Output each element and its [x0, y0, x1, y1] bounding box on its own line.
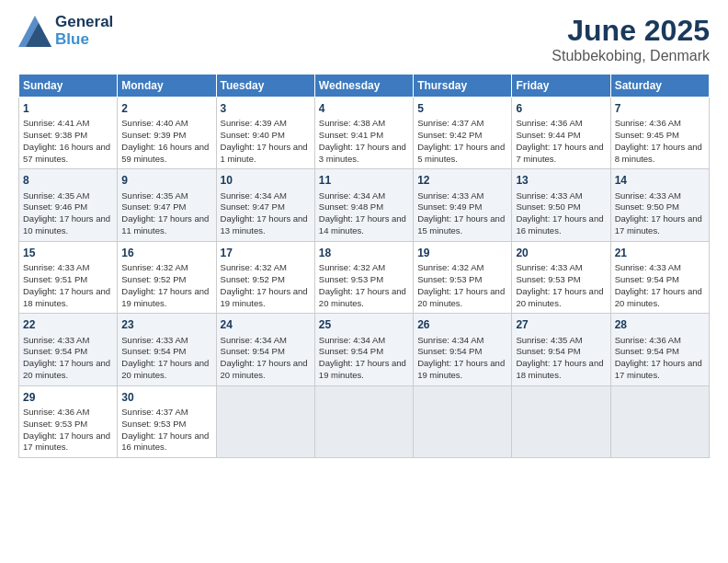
calendar-cell: 9Sunrise: 4:35 AMSunset: 9:47 PMDaylight… [118, 169, 216, 241]
calendar-cell: 17Sunrise: 4:32 AMSunset: 9:52 PMDayligh… [216, 241, 314, 313]
day-info: Sunrise: 4:33 AMSunset: 9:54 PMDaylight:… [615, 262, 702, 307]
day-number: 8 [23, 173, 113, 188]
calendar-cell: 12Sunrise: 4:33 AMSunset: 9:49 PMDayligh… [414, 169, 512, 241]
calendar-cell: 16Sunrise: 4:32 AMSunset: 9:52 PMDayligh… [118, 241, 216, 313]
calendar-cell: 3Sunrise: 4:39 AMSunset: 9:40 PMDaylight… [216, 98, 314, 169]
calendar-cell: 15Sunrise: 4:33 AMSunset: 9:51 PMDayligh… [19, 241, 118, 313]
day-info: Sunrise: 4:35 AMSunset: 9:54 PMDaylight:… [516, 335, 603, 380]
day-number: 1 [23, 101, 113, 116]
day-info: Sunrise: 4:33 AMSunset: 9:51 PMDaylight:… [23, 262, 110, 307]
calendar-cell [610, 385, 709, 457]
day-info: Sunrise: 4:40 AMSunset: 9:39 PMDaylight:… [121, 118, 209, 163]
table-row: 1Sunrise: 4:41 AMSunset: 9:38 PMDaylight… [19, 98, 710, 169]
calendar-cell: 10Sunrise: 4:34 AMSunset: 9:47 PMDayligh… [216, 169, 314, 241]
calendar-cell: 18Sunrise: 4:32 AMSunset: 9:53 PMDayligh… [314, 241, 413, 313]
day-info: Sunrise: 4:33 AMSunset: 9:54 PMDaylight:… [23, 335, 110, 380]
calendar-cell [512, 385, 610, 457]
day-number: 18 [319, 246, 409, 260]
day-number: 23 [121, 317, 211, 332]
calendar-cell: 2Sunrise: 4:40 AMSunset: 9:39 PMDaylight… [118, 98, 216, 169]
day-number: 11 [319, 173, 409, 188]
calendar-cell: 20Sunrise: 4:33 AMSunset: 9:53 PMDayligh… [512, 241, 610, 313]
page-subtitle: Stubbekobing, Denmark [552, 48, 710, 64]
calendar-cell [314, 385, 413, 457]
day-info: Sunrise: 4:37 AMSunset: 9:53 PMDaylight:… [121, 407, 209, 452]
day-number: 13 [516, 173, 606, 188]
day-number: 30 [121, 390, 211, 405]
table-row: 8Sunrise: 4:35 AMSunset: 9:46 PMDaylight… [19, 169, 710, 241]
col-thursday: Thursday [414, 75, 512, 98]
day-number: 28 [615, 317, 705, 332]
col-monday: Monday [118, 75, 216, 98]
calendar-cell: 5Sunrise: 4:37 AMSunset: 9:42 PMDaylight… [414, 98, 512, 169]
day-number: 19 [417, 246, 507, 260]
day-info: Sunrise: 4:34 AMSunset: 9:54 PMDaylight:… [319, 335, 406, 380]
day-info: Sunrise: 4:37 AMSunset: 9:42 PMDaylight:… [417, 118, 505, 163]
table-header-row: Sunday Monday Tuesday Wednesday Thursday… [19, 75, 710, 98]
day-number: 16 [121, 246, 211, 260]
day-number: 17 [221, 246, 311, 260]
calendar-cell: 19Sunrise: 4:32 AMSunset: 9:53 PMDayligh… [414, 241, 512, 313]
day-info: Sunrise: 4:35 AMSunset: 9:46 PMDaylight:… [23, 190, 110, 236]
page-title: June 2025 [552, 14, 710, 48]
calendar-cell: 6Sunrise: 4:36 AMSunset: 9:44 PMDaylight… [512, 98, 610, 169]
header: General Blue June 2025 Stubbekobing, Den… [18, 14, 710, 64]
calendar-cell: 13Sunrise: 4:33 AMSunset: 9:50 PMDayligh… [512, 169, 610, 241]
calendar-table: Sunday Monday Tuesday Wednesday Thursday… [18, 74, 710, 458]
day-number: 15 [23, 246, 113, 260]
calendar-cell: 23Sunrise: 4:33 AMSunset: 9:54 PMDayligh… [118, 314, 216, 385]
day-info: Sunrise: 4:38 AMSunset: 9:41 PMDaylight:… [319, 118, 406, 163]
day-info: Sunrise: 4:39 AMSunset: 9:40 PMDaylight:… [221, 118, 308, 163]
day-number: 22 [23, 317, 113, 332]
calendar-cell: 26Sunrise: 4:34 AMSunset: 9:54 PMDayligh… [414, 314, 512, 385]
day-number: 6 [516, 101, 606, 116]
day-number: 24 [221, 317, 311, 332]
day-info: Sunrise: 4:33 AMSunset: 9:50 PMDaylight:… [516, 190, 603, 236]
calendar-cell: 29Sunrise: 4:36 AMSunset: 9:53 PMDayligh… [19, 385, 118, 457]
day-number: 21 [615, 246, 705, 260]
logo-blue: Blue [55, 31, 113, 49]
col-wednesday: Wednesday [314, 75, 413, 98]
page: General Blue June 2025 Stubbekobing, Den… [0, 0, 728, 563]
calendar-cell: 25Sunrise: 4:34 AMSunset: 9:54 PMDayligh… [314, 314, 413, 385]
calendar-cell: 22Sunrise: 4:33 AMSunset: 9:54 PMDayligh… [19, 314, 118, 385]
day-info: Sunrise: 4:32 AMSunset: 9:52 PMDaylight:… [121, 262, 209, 307]
calendar-cell [216, 385, 314, 457]
day-info: Sunrise: 4:35 AMSunset: 9:47 PMDaylight:… [121, 190, 209, 236]
calendar-cell: 28Sunrise: 4:36 AMSunset: 9:54 PMDayligh… [610, 314, 709, 385]
day-number: 25 [319, 317, 409, 332]
calendar-cell: 7Sunrise: 4:36 AMSunset: 9:45 PMDaylight… [610, 98, 709, 169]
day-info: Sunrise: 4:41 AMSunset: 9:38 PMDaylight:… [23, 118, 110, 163]
day-info: Sunrise: 4:34 AMSunset: 9:48 PMDaylight:… [319, 190, 406, 236]
day-info: Sunrise: 4:33 AMSunset: 9:54 PMDaylight:… [121, 335, 209, 380]
col-sunday: Sunday [19, 75, 118, 98]
day-number: 26 [417, 317, 507, 332]
day-number: 14 [615, 173, 705, 188]
table-row: 29Sunrise: 4:36 AMSunset: 9:53 PMDayligh… [19, 385, 710, 457]
calendar-cell: 1Sunrise: 4:41 AMSunset: 9:38 PMDaylight… [19, 98, 118, 169]
table-row: 15Sunrise: 4:33 AMSunset: 9:51 PMDayligh… [19, 241, 710, 313]
day-number: 9 [121, 173, 211, 188]
logo: General Blue [18, 14, 113, 48]
calendar-cell: 8Sunrise: 4:35 AMSunset: 9:46 PMDaylight… [19, 169, 118, 241]
logo-icon [18, 16, 51, 47]
day-number: 12 [417, 173, 507, 188]
day-number: 3 [221, 101, 311, 116]
day-info: Sunrise: 4:34 AMSunset: 9:47 PMDaylight:… [221, 190, 308, 236]
day-info: Sunrise: 4:34 AMSunset: 9:54 PMDaylight:… [417, 335, 505, 380]
day-info: Sunrise: 4:36 AMSunset: 9:45 PMDaylight:… [615, 118, 702, 163]
col-friday: Friday [512, 75, 610, 98]
day-info: Sunrise: 4:36 AMSunset: 9:54 PMDaylight:… [615, 335, 702, 380]
day-info: Sunrise: 4:34 AMSunset: 9:54 PMDaylight:… [221, 335, 308, 380]
calendar-cell: 4Sunrise: 4:38 AMSunset: 9:41 PMDaylight… [314, 98, 413, 169]
col-saturday: Saturday [610, 75, 709, 98]
day-info: Sunrise: 4:36 AMSunset: 9:44 PMDaylight:… [516, 118, 603, 163]
calendar-cell: 11Sunrise: 4:34 AMSunset: 9:48 PMDayligh… [314, 169, 413, 241]
day-number: 27 [516, 317, 606, 332]
day-number: 20 [516, 246, 606, 260]
day-info: Sunrise: 4:33 AMSunset: 9:50 PMDaylight:… [615, 190, 702, 236]
table-row: 22Sunrise: 4:33 AMSunset: 9:54 PMDayligh… [19, 314, 710, 385]
col-tuesday: Tuesday [216, 75, 314, 98]
day-info: Sunrise: 4:32 AMSunset: 9:53 PMDaylight:… [417, 262, 505, 307]
day-info: Sunrise: 4:32 AMSunset: 9:52 PMDaylight:… [221, 262, 308, 307]
